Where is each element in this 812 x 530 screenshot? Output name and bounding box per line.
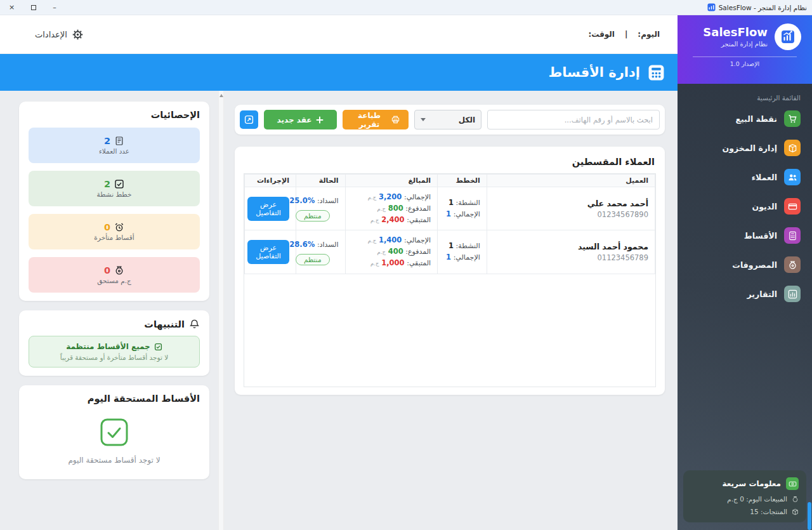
bell-icon — [189, 319, 200, 329]
sidebar-item-reports[interactable]: التقارير — [678, 279, 812, 308]
print-report-button[interactable]: طباعة تقرير — [343, 110, 409, 129]
amount-paid-value: 400 — [388, 247, 403, 256]
refresh-icon — [244, 115, 254, 124]
window-title-text: SalesFlow - نظام إدارة المتجر — [719, 4, 807, 11]
new-contract-label: عقد جديد — [277, 116, 312, 124]
users-icon — [784, 169, 801, 185]
amount-total-label: الإجمالي: — [404, 236, 431, 244]
topbar: اليوم: | الوقت: الإعدادات — [0, 15, 678, 54]
close-button[interactable]: × — [9, 4, 15, 11]
currency-label: ج.م — [370, 217, 379, 223]
currency-label: ج.م — [368, 194, 376, 201]
stat-label: ج.م مستحق — [97, 277, 131, 284]
sidebar-item-pos[interactable]: نقطة البيع — [678, 104, 812, 133]
statistics-panel: الإحصائيات 2 عدد العملاء — [19, 102, 209, 301]
alarm-clock-icon — [114, 222, 124, 232]
sidebar-item-installments[interactable]: الأقساط — [678, 221, 812, 250]
amount-remaining-label: المتبقي: — [407, 259, 431, 267]
check-square-icon — [154, 343, 162, 351]
stat-label: عدد العملاء — [99, 147, 129, 155]
minimize-button[interactable]: – — [53, 4, 56, 11]
statistics-title: الإحصائيات — [151, 110, 200, 120]
col-header-customer: العميل — [487, 175, 655, 187]
sidebar: SalesFlow نظام إدارة المتجر الإصدار 1.0 … — [678, 15, 812, 530]
sidebar-item-debts[interactable]: الديون — [678, 192, 812, 221]
clipboard-icon — [114, 136, 124, 146]
content-column: الكل طباعة تقرير عقد جديد — [235, 105, 665, 395]
sidebar-item-customers[interactable]: العملاء — [678, 162, 812, 192]
plans-total-value: 1 — [446, 253, 451, 262]
brand-divider — [693, 56, 797, 57]
plans-active-value: 1 — [449, 198, 454, 207]
sidebar-item-label: الأقساط — [744, 231, 777, 241]
plans-total-value: 1 — [446, 209, 451, 218]
sidebar-item-label: التقارير — [747, 289, 777, 299]
stat-label: خطط نشطة — [97, 190, 132, 198]
salesflow-logo-icon — [774, 23, 802, 51]
currency-label: ج.م — [377, 249, 386, 255]
titlebar: × – SalesFlow - نظام إدارة المتجر — [0, 0, 812, 15]
page-title: إدارة الأقساط — [548, 65, 640, 80]
view-details-button[interactable]: عرض التفاصيل — [247, 240, 289, 264]
sidebar-item-label: إدارة المخزون — [723, 143, 778, 153]
col-header-status: الحالة — [296, 175, 345, 187]
search-input[interactable] — [487, 110, 660, 129]
maximize-button[interactable] — [31, 5, 36, 10]
stat-card-active-plans: 2 خطط نشطة — [29, 171, 200, 206]
filter-value: الكل — [459, 116, 475, 124]
calculator-icon — [648, 64, 665, 81]
refresh-button[interactable] — [240, 110, 258, 129]
quick-info-products: المنتجات: 15 — [750, 508, 787, 515]
stat-value: 2 — [104, 136, 110, 146]
time-label: الوقت: — [588, 30, 615, 39]
stat-card-customers: 2 عدد العملاء — [29, 128, 200, 163]
cash-icon — [786, 477, 799, 490]
window-controls: × – — [0, 4, 65, 11]
money-bag-icon — [114, 265, 124, 275]
customers-table-card: العملاء المقسطين العميل الخطط المبالغ ال… — [235, 147, 665, 395]
customer-phone: 01234567890 — [494, 210, 648, 219]
window-title: SalesFlow - نظام إدارة المتجر — [702, 3, 812, 11]
view-details-button[interactable]: عرض التفاصيل — [247, 197, 289, 221]
table-row: محمود أحمد السيد 01123456789 النشطة: 1 ا… — [245, 230, 655, 274]
filter-select[interactable]: الكل — [414, 110, 481, 129]
new-contract-button[interactable]: عقد جديد — [264, 110, 337, 129]
content-scrollbar[interactable] — [218, 91, 224, 530]
alert-ok-title: جميع الأقساط منتظمة — [66, 342, 150, 351]
settings-button[interactable]: الإعدادات — [35, 29, 84, 41]
amount-total-value: 1,400 — [379, 235, 402, 244]
amount-remaining-value: 1,000 — [381, 258, 404, 267]
table-header-row: العميل الخطط المبالغ الحالة الإجراءات — [245, 175, 655, 187]
customer-phone: 01123456789 — [494, 253, 648, 262]
alert-ok-box: جميع الأقساط منتظمة لا توجد أقساط متأخرة… — [29, 336, 200, 368]
payment-percent: %28.6 — [289, 240, 315, 249]
due-today-panel: الأقساط المستحقة اليوم لا توجد أقساط مست… — [19, 385, 209, 479]
brand-subtitle: نظام إدارة المتجر — [703, 41, 768, 48]
datetime: اليوم: | الوقت: — [588, 30, 660, 39]
due-today-title: الأقساط المستحقة اليوم — [88, 394, 200, 404]
sidebar-item-inventory[interactable]: إدارة المخزون — [678, 133, 812, 162]
stat-value: 2 — [104, 179, 110, 189]
currency-label: ج.م — [377, 206, 386, 212]
sidebar-item-expenses[interactable]: المصروفات — [678, 250, 812, 279]
table-wrapper: العميل الخطط المبالغ الحالة الإجراءات أح… — [244, 173, 656, 387]
payment-percent: %25.0 — [289, 196, 315, 205]
amount-total-value: 3,200 — [379, 192, 402, 201]
window-scrollbar-thumb[interactable] — [808, 502, 811, 530]
plans-active-label: النشطة: — [456, 242, 480, 250]
quick-info-card: معلومات سريعة المبيعات اليوم: 0 ج.م المن… — [683, 470, 806, 522]
stat-label: أقساط متأخرة — [94, 234, 134, 241]
brand-name: SalesFlow — [703, 26, 768, 39]
datetime-divider: | — [625, 30, 627, 39]
brand-version: الإصدار 1.0 — [688, 60, 802, 67]
toolbar: الكل طباعة تقرير عقد جديد — [235, 105, 665, 135]
stat-card-amount-due: 0 ج.م مستحق — [29, 257, 200, 293]
bar-chart-icon — [784, 286, 801, 302]
amount-remaining-value: 2,400 — [381, 215, 404, 224]
status-badge: منتظم — [296, 254, 330, 265]
sidebar-brand-header: SalesFlow نظام إدارة المتجر الإصدار 1.0 — [678, 15, 812, 84]
chevron-down-icon — [421, 118, 426, 121]
scroll-up-arrow-icon[interactable] — [219, 94, 223, 97]
menu-section-title: القائمة الرئيسية — [689, 94, 801, 102]
amount-paid-value: 800 — [388, 204, 403, 213]
